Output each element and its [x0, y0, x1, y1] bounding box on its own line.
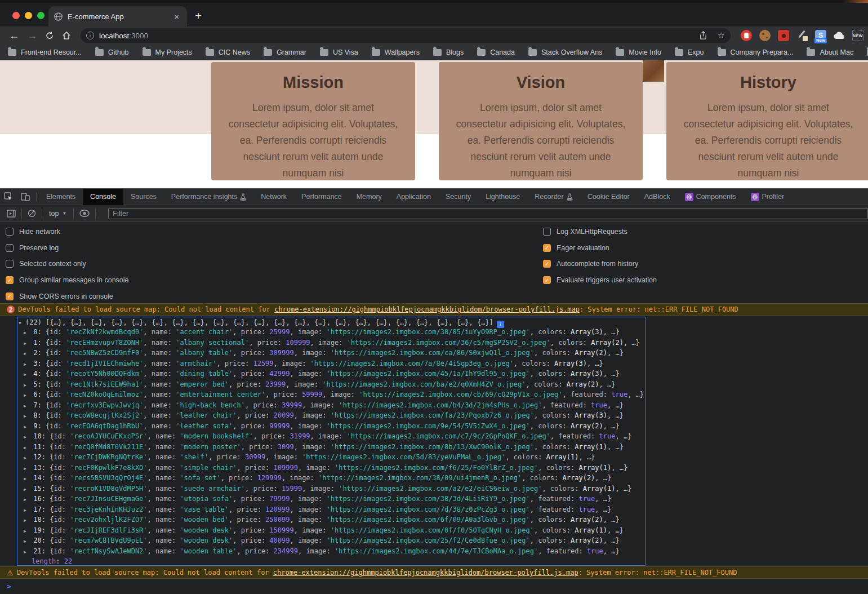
array-item-row[interactable]: ▶ 8: {id: 'recoW8ecgjtKx2Sj2', name: 'le…: [24, 411, 644, 422]
array-item-row[interactable]: ▶ 4: {id: 'recotY5Nh00DQFdkm', name: 'di…: [24, 369, 644, 380]
settings-checkbox-row[interactable]: ✓ Show CORS errors in console: [6, 288, 129, 304]
bookmark-item[interactable]: Stack Overflow Ans: [528, 48, 602, 56]
bookmark-item[interactable]: Wallpapers: [372, 48, 420, 56]
checkbox[interactable]: ✓: [543, 244, 551, 252]
array-item-row[interactable]: ▶ 13: {id: 'recF0KpwlkF7e8kXO', name: 's…: [24, 463, 644, 474]
array-item-row[interactable]: ▶ 12: {id: 'rec7CjDWKRgNQtrKe', name: 's…: [24, 453, 644, 463]
bookmark-star-icon[interactable]: ☆: [718, 30, 725, 41]
bookmark-item[interactable]: Company Prepara...: [718, 48, 794, 56]
context-selector[interactable]: top▼: [48, 210, 68, 218]
array-item-row[interactable]: ▶ 15: {id: 'recroK1VD8qVdMP5H', name: 's…: [24, 484, 644, 495]
expand-arrow-icon[interactable]: ▶: [24, 328, 29, 338]
bookmark-item[interactable]: CIC News: [206, 48, 250, 56]
checkbox[interactable]: ✓: [6, 260, 14, 268]
devtools-tab-performance-insights[interactable]: Performance insights: [164, 189, 253, 205]
expand-arrow-icon[interactable]: ▶: [24, 537, 29, 547]
expand-arrow-icon[interactable]: ▶: [24, 411, 29, 422]
bookmark-item[interactable]: Canada: [477, 48, 515, 56]
array-item-row[interactable]: ▶ 14: {id: 'recs5BSVU3qQrOj4E', name: 's…: [24, 473, 644, 484]
array-item-row[interactable]: ▶ 0: {id: 'recZkNf2kwmdBcqd0', name: 'ac…: [24, 327, 644, 338]
array-item-row[interactable]: ▶ 19: {id: 'recJIjREF3dlFi3sR', name: 'w…: [24, 526, 644, 537]
devtools-tab-adblock[interactable]: AdBlock: [637, 189, 678, 205]
devtools-tab-security[interactable]: Security: [438, 189, 478, 205]
bookmark-item[interactable]: About Mac: [807, 48, 853, 56]
array-item-row[interactable]: ▶ 20: {id: 'recm7wC8TBVdU9oEL', name: 'w…: [24, 536, 644, 547]
expand-arrow-icon[interactable]: ▶: [24, 464, 29, 474]
array-item-row[interactable]: ▶ 5: {id: 'rec1Ntk7siEEW9ha1', name: 'em…: [24, 380, 644, 391]
share-icon[interactable]: [699, 31, 707, 40]
devtools-tab-memory[interactable]: Memory: [349, 189, 389, 205]
inspect-element-icon[interactable]: [0, 192, 17, 201]
array-item-row[interactable]: ▶ 9: {id: 'recEOA6qtDag1hRbU', name: 'le…: [24, 422, 644, 432]
traffic-lights[interactable]: [12, 12, 44, 19]
expand-arrow-icon[interactable]: ▶: [24, 401, 29, 411]
settings-checkbox-row[interactable]: ✓ Evaluate triggers user activation: [543, 272, 657, 289]
s-extension-icon[interactable]: SNew: [815, 30, 826, 41]
array-item-row[interactable]: ▶ 18: {id: 'recv2ohxljlK2FZO7', name: 'w…: [24, 515, 644, 526]
bookmark-item[interactable]: My Projects: [143, 48, 192, 56]
url-text[interactable]: localhost:3000: [99, 32, 148, 40]
minimize-window-button[interactable]: [25, 12, 32, 19]
expand-arrow-icon[interactable]: ▶: [24, 526, 29, 537]
reload-icon[interactable]: [45, 31, 54, 40]
filter-input[interactable]: [108, 208, 868, 219]
expand-arrow-icon[interactable]: ▶: [24, 474, 29, 484]
bookmark-item[interactable]: Front-end Resour...: [8, 48, 82, 56]
settings-checkbox-row[interactable]: ✓ Eager evaluation: [543, 240, 657, 256]
browser-tab[interactable]: E-commerce App ×: [48, 6, 187, 26]
adblock-paw-icon[interactable]: [778, 30, 789, 41]
source-map-link-bottom[interactable]: chrome-extension://gighmmpiobklfepjocnam…: [273, 569, 578, 577]
settings-checkbox-row[interactable]: ✓ Log XMLHttpRequests: [543, 224, 657, 240]
checkbox[interactable]: ✓: [6, 292, 14, 300]
devtools-tab-cookie-editor[interactable]: Cookie Editor: [580, 189, 637, 205]
array-item-row[interactable]: ▶ 7: {id: 'recrfxv3EwpvJwvjq', name: 'hi…: [24, 401, 644, 411]
array-item-row[interactable]: ▶ 11: {id: 'recQ0fMd8T0Vk211E', name: 'm…: [24, 442, 644, 453]
array-item-row[interactable]: ▶ 6: {id: 'recNZ0koOqEmilmoz', name: 'en…: [24, 390, 644, 401]
expand-arrow-icon[interactable]: ▶: [24, 506, 29, 516]
home-icon[interactable]: [62, 31, 71, 40]
devtools-tab-profiler[interactable]: Profiler: [744, 189, 792, 205]
highlighter-pen-icon[interactable]: [796, 30, 808, 41]
bookmark-item[interactable]: Expo: [675, 48, 704, 56]
devtools-tab-recorder[interactable]: Recorder: [527, 189, 580, 205]
checkbox[interactable]: ✓: [543, 228, 551, 236]
expand-arrow-icon[interactable]: ▶: [24, 391, 29, 401]
array-item-row[interactable]: ▶ 16: {id: 'rec7JInsuCEHgmaGe', name: 'u…: [24, 494, 644, 505]
array-item-row[interactable]: ▶ 21: {id: 'rectfNsySwAJeWDN2', name: 'w…: [24, 547, 644, 557]
array-item-row[interactable]: ▶ 1: {id: 'recEHmzvupvT8ZONH', name: 'al…: [24, 338, 644, 349]
expand-arrow-icon[interactable]: ▶: [24, 495, 29, 505]
site-info-icon[interactable]: i: [86, 32, 94, 39]
checkbox[interactable]: ✓: [6, 244, 14, 252]
expand-arrow-icon[interactable]: ▶: [24, 360, 29, 370]
cookie-editor-icon[interactable]: [759, 30, 771, 41]
expand-arrow-icon[interactable]: ▶: [24, 339, 29, 349]
expand-arrow-icon[interactable]: ▶: [24, 547, 29, 557]
close-window-button[interactable]: [12, 12, 20, 19]
checkbox[interactable]: ✓: [543, 276, 551, 284]
array-item-row[interactable]: ▶ 3: {id: 'recd1jIVIEChmiwhe', name: 'ar…: [24, 359, 644, 370]
checkbox[interactable]: ✓: [543, 260, 551, 268]
expand-arrow-icon[interactable]: ▶: [24, 422, 29, 432]
expand-arrow-icon[interactable]: ▶: [24, 443, 29, 453]
forward-icon[interactable]: →: [27, 30, 37, 42]
checkbox[interactable]: ✓: [6, 276, 14, 284]
array-preview-header[interactable]: ▼(22) [{…}, {…}, {…}, {…}, {…}, {…}, {…}…: [19, 317, 504, 327]
devtools-tab-performance[interactable]: Performance: [294, 189, 349, 205]
expand-arrow-icon[interactable]: ▶: [24, 349, 29, 359]
bookmark-item[interactable]: Movie Info: [616, 48, 661, 56]
new-tab-button[interactable]: +: [195, 10, 202, 21]
back-icon[interactable]: ←: [9, 30, 19, 42]
expand-arrow-icon[interactable]: ▶: [24, 485, 29, 495]
bookmark-item[interactable]: Grammar: [264, 48, 306, 56]
expand-arrow-icon[interactable]: ▶: [24, 516, 29, 526]
bookmark-item[interactable]: US Visa: [320, 48, 358, 56]
devtools-tab-sources[interactable]: Sources: [123, 189, 164, 205]
bookmark-item[interactable]: Github: [95, 48, 129, 56]
expand-arrow-icon[interactable]: ▶: [24, 432, 29, 442]
settings-checkbox-row[interactable]: ✓ Hide network: [6, 224, 129, 240]
expand-arrow-icon[interactable]: ▶: [24, 380, 29, 391]
cloud-extension-icon[interactable]: [834, 30, 845, 41]
zoom-window-button[interactable]: [37, 12, 44, 19]
bookmark-item[interactable]: Blogs: [433, 48, 464, 56]
array-item-row[interactable]: ▶ 17: {id: 'rec3jeKnhInKHJuz2', name: 'v…: [24, 505, 644, 516]
